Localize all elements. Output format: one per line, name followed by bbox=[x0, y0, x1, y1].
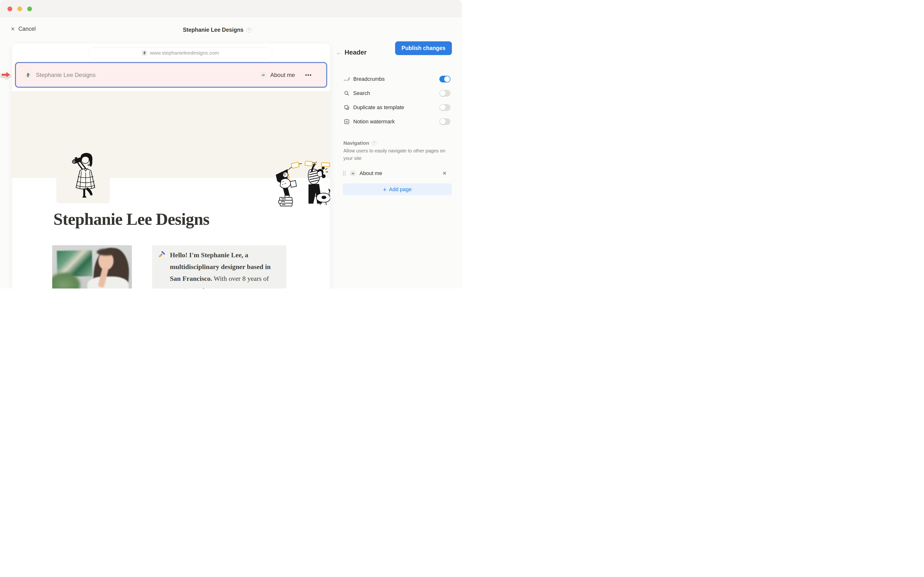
hero-illustration bbox=[274, 161, 330, 208]
settings-sidebar: ← Header …/ Breadcrumbs Search Duplicate… bbox=[332, 0, 462, 288]
breadcrumbs-label: Breadcrumbs bbox=[353, 76, 385, 82]
breadcrumbs-toggle[interactable] bbox=[439, 76, 451, 82]
search-toggle[interactable] bbox=[439, 90, 451, 97]
help-glyph: ? bbox=[248, 28, 250, 32]
about-me-page-icon bbox=[350, 170, 356, 176]
navigation-section-header: Navigation ? bbox=[343, 140, 376, 146]
navigation-description: Allow users to easily navigate to other … bbox=[343, 147, 451, 162]
duplicate-label: Duplicate as template bbox=[353, 104, 404, 111]
paintbrush-icon bbox=[158, 251, 165, 288]
search-row: Search bbox=[343, 89, 451, 98]
site-preview-card: www.stephanieleedesigns.com Stephanie Le… bbox=[12, 43, 330, 288]
nav-page-row-about-me[interactable]: About me ✕ bbox=[342, 169, 451, 178]
page-title-text: Stephanie Lee Designs bbox=[183, 27, 244, 33]
site-favicon-icon bbox=[142, 50, 147, 56]
intro-text: Hello! I'm Stephanie Lee, a multidiscipl… bbox=[170, 249, 274, 288]
about-me-page-icon bbox=[260, 72, 267, 78]
search-label: Search bbox=[353, 90, 370, 97]
photo-shirt bbox=[87, 276, 129, 288]
drag-handle-icon[interactable] bbox=[342, 171, 346, 176]
duplicate-icon bbox=[343, 105, 350, 110]
minimize-window-button[interactable] bbox=[17, 6, 22, 11]
close-icon: ✕ bbox=[11, 26, 15, 32]
add-page-label: Add page bbox=[389, 186, 412, 193]
watermark-row: N Notion watermark bbox=[343, 117, 451, 126]
url-bar[interactable]: www.stephanieleedesigns.com bbox=[88, 47, 272, 59]
site-header-title: Stephanie Lee Designs bbox=[36, 72, 95, 78]
back-icon[interactable]: ← bbox=[336, 49, 342, 56]
url-text: www.stephanieleedesigns.com bbox=[150, 50, 219, 56]
watermark-toggle[interactable] bbox=[439, 118, 451, 125]
help-icon[interactable]: ? bbox=[372, 141, 376, 145]
site-logo-icon bbox=[24, 71, 32, 79]
app-window: ✕ Cancel Stephanie Lee Designs ? Publish… bbox=[0, 0, 462, 288]
duplicate-row: Duplicate as template bbox=[343, 103, 451, 112]
screen: ✕ Cancel Stephanie Lee Designs ? Publish… bbox=[0, 0, 462, 288]
watermark-label: Notion watermark bbox=[353, 119, 395, 125]
navigation-label: Navigation bbox=[343, 140, 369, 146]
close-window-button[interactable] bbox=[8, 6, 12, 11]
breadcrumbs-icon: …/ bbox=[343, 76, 350, 82]
annotation-arrow-icon bbox=[0, 70, 11, 80]
cancel-button[interactable]: ✕ Cancel bbox=[11, 26, 36, 32]
photo-bangs bbox=[97, 248, 116, 256]
more-options-icon[interactable]: ••• bbox=[305, 72, 312, 78]
page-title: Stephanie Lee Designs ? bbox=[183, 27, 252, 33]
duplicate-toggle[interactable] bbox=[439, 104, 451, 111]
svg-text:N: N bbox=[346, 120, 348, 124]
help-icon[interactable]: ? bbox=[246, 27, 252, 33]
intro-callout: Hello! I'm Stephanie Lee, a multidiscipl… bbox=[152, 245, 286, 288]
remove-page-icon[interactable]: ✕ bbox=[442, 171, 447, 176]
breadcrumbs-row: …/ Breadcrumbs bbox=[343, 75, 451, 84]
site-heading: Stephanie Lee Designs bbox=[53, 210, 209, 229]
add-page-button[interactable]: + Add page bbox=[342, 184, 452, 195]
zoom-window-button[interactable] bbox=[27, 6, 32, 11]
site-header-selected[interactable]: Stephanie Lee Designs About me ••• bbox=[15, 62, 327, 87]
search-icon bbox=[343, 90, 350, 96]
photo-plant bbox=[52, 272, 81, 288]
notion-logo-icon: N bbox=[343, 119, 350, 124]
nav-page-label: About me bbox=[360, 170, 382, 176]
plus-icon: + bbox=[383, 186, 386, 193]
photographer-illustration bbox=[71, 152, 101, 198]
site-nav-about-me[interactable]: About me bbox=[270, 72, 295, 78]
cancel-label: Cancel bbox=[18, 26, 36, 32]
sidebar-title: Header bbox=[344, 49, 367, 56]
profile-photo bbox=[52, 245, 132, 288]
